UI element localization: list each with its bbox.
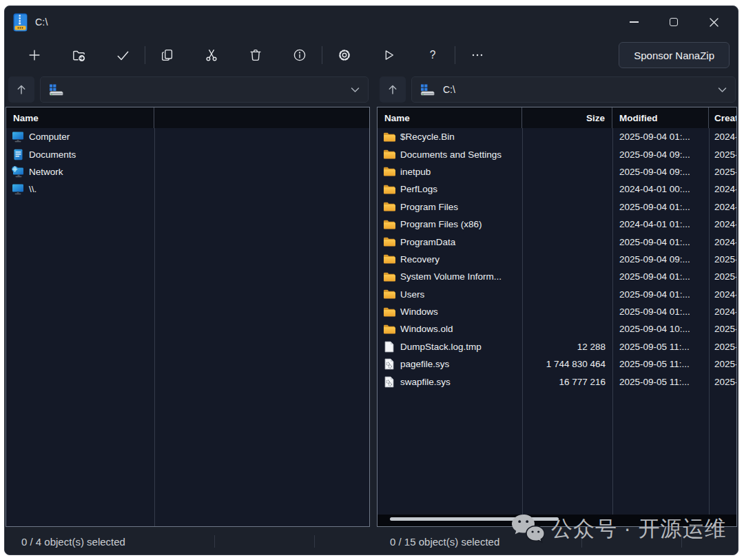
item-modified: 2025-09-04 09:...: [612, 167, 709, 177]
list-item[interactable]: $Recycle.Bin 2025-09-04 01:... 2024-: [378, 128, 736, 145]
up-arrow-icon: [386, 83, 399, 96]
list-item[interactable]: inetpub 2025-09-04 09:... 2025-: [378, 163, 736, 180]
left-path-combobox[interactable]: [40, 76, 369, 103]
close-button[interactable]: [694, 8, 734, 36]
column-header-name[interactable]: Name: [6, 107, 154, 128]
info-icon: [292, 48, 307, 63]
sponsor-button[interactable]: Sponsor NanaZip: [619, 42, 730, 68]
network-icon: [12, 166, 24, 178]
column-header-modified[interactable]: Modified: [612, 107, 709, 128]
item-created: 2024-: [709, 219, 736, 229]
trash-icon: [248, 48, 263, 63]
item-created: 2025-: [709, 359, 736, 369]
more-button[interactable]: [455, 41, 499, 70]
list-item[interactable]: swapfile.sys 16 777 216 2025-09-05 11:..…: [378, 373, 736, 390]
move-button[interactable]: [189, 41, 234, 70]
folder-icon: [383, 253, 395, 265]
test-button[interactable]: [101, 41, 145, 70]
wechat-icon: [510, 512, 546, 545]
address-row: C:\: [5, 72, 738, 107]
item-modified: 2025-09-04 01:...: [612, 237, 709, 247]
list-item[interactable]: Documents: [6, 145, 369, 163]
item-modified: 2025-09-04 01:...: [612, 271, 709, 282]
up-arrow-icon: [15, 83, 28, 96]
svg-text:?: ?: [430, 49, 436, 61]
folder-icon: [383, 218, 395, 230]
item-name: Recovery: [400, 254, 440, 265]
item-name: Program Files (x86): [400, 219, 482, 229]
item-modified: 2025-09-04 09:...: [612, 149, 709, 160]
column-header-name[interactable]: Name: [378, 107, 522, 128]
computer-icon: [12, 131, 24, 143]
item-modified: 2025-09-04 01:...: [612, 132, 709, 142]
add-button[interactable]: [12, 41, 56, 70]
right-path-combobox[interactable]: C:\: [411, 76, 736, 103]
column-header-created[interactable]: Created: [709, 107, 736, 128]
item-created: 2025-: [709, 254, 736, 265]
list-item[interactable]: System Volume Inform... 2025-09-04 01:..…: [378, 268, 736, 285]
item-modified: 2025-09-04 09:...: [612, 254, 709, 265]
right-up-button[interactable]: [380, 76, 406, 103]
toolbar: ? Sponsor NanaZip: [5, 38, 738, 72]
left-file-list[interactable]: Name Computer: [6, 107, 370, 527]
column-header-size[interactable]: Size: [522, 107, 612, 128]
item-modified: 2024-04-01 00:...: [612, 184, 709, 194]
list-item[interactable]: Documents and Settings 2025-09-04 09:...…: [378, 145, 736, 163]
right-address-group: C:\: [377, 72, 737, 107]
left-list-header: Name: [6, 107, 369, 128]
documents-icon: [12, 149, 24, 160]
list-item[interactable]: DumpStack.log.tmp 12 288 2025-09-05 11:.…: [378, 338, 736, 355]
list-item[interactable]: Program Files 2025-09-04 01:... 2024-: [378, 198, 736, 216]
list-item[interactable]: Windows 2025-09-04 01:... 2024-: [378, 303, 736, 320]
item-modified: 2025-09-05 11:...: [612, 359, 709, 369]
item-created: 2024-: [709, 307, 736, 317]
list-item[interactable]: ProgramData 2025-09-04 01:... 2024-: [378, 233, 736, 250]
checkmark-icon: [115, 48, 131, 63]
list-item[interactable]: \\.: [6, 180, 369, 198]
delete-button[interactable]: [234, 41, 278, 70]
list-item[interactable]: Users 2025-09-04 01:... 2024-: [378, 286, 736, 303]
help-button[interactable]: ?: [411, 41, 455, 70]
item-modified: 2025-09-05 11:...: [612, 377, 709, 387]
list-item[interactable]: Recovery 2025-09-04 09:... 2025-: [378, 251, 736, 268]
item-modified: 2025-09-05 11:...: [612, 342, 709, 352]
column-header-blank[interactable]: [154, 107, 369, 128]
list-item[interactable]: Windows.old 2025-09-04 10:... 2025-: [378, 320, 736, 338]
left-status-text: 0 / 4 object(s) selected: [21, 536, 125, 548]
copy-icon: [160, 48, 175, 63]
item-created: 2024-: [709, 289, 736, 300]
right-path-text: C:\: [443, 84, 455, 95]
left-address-group: [6, 72, 370, 107]
column-header-label: Created: [714, 113, 736, 123]
copy-button[interactable]: [145, 41, 189, 70]
window-title: C:\: [35, 17, 48, 28]
chevron-down-icon[interactable]: [718, 87, 727, 93]
list-item[interactable]: Computer: [6, 128, 369, 145]
info-button[interactable]: [278, 41, 322, 70]
item-created: 2025-: [709, 271, 736, 282]
list-item[interactable]: Program Files (x86) 2024-04-01 01:... 20…: [378, 216, 736, 233]
extract-button[interactable]: [56, 41, 101, 70]
right-file-list[interactable]: Name Size Modified Created: [377, 107, 737, 527]
column-header-label: Size: [586, 113, 605, 123]
item-name: swapfile.sys: [400, 377, 451, 387]
gear-icon: [337, 48, 352, 63]
scissors-icon: [204, 48, 219, 63]
chevron-down-icon[interactable]: [351, 87, 360, 93]
computer-drive-icon: [49, 84, 64, 96]
list-item[interactable]: Network: [6, 163, 369, 180]
benchmark-button[interactable]: [366, 41, 411, 70]
options-button[interactable]: [322, 41, 366, 70]
folder-icon: [383, 166, 395, 178]
file-panes: Name Computer: [5, 107, 738, 527]
minimize-button[interactable]: [614, 8, 654, 36]
maximize-button[interactable]: [654, 8, 694, 36]
left-up-button[interactable]: [8, 76, 34, 103]
list-item[interactable]: pagefile.sys 1 744 830 464 2025-09-05 11…: [378, 355, 736, 373]
item-created: 2025-: [709, 324, 736, 334]
item-name: PerfLogs: [400, 184, 437, 194]
close-icon: [709, 17, 719, 28]
question-icon: ?: [425, 48, 440, 63]
list-item[interactable]: PerfLogs 2024-04-01 00:... 2024-: [378, 180, 736, 198]
item-name: Network: [29, 167, 63, 177]
